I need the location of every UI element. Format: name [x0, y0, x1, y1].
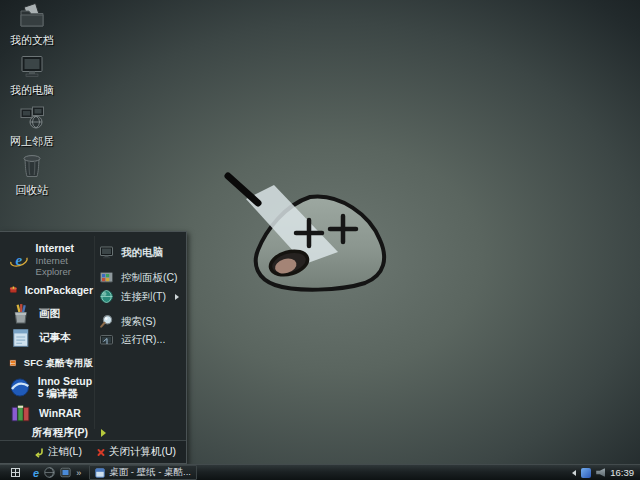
quick-launch-ie-icon[interactable]: e [33, 468, 39, 478]
run-icon [99, 332, 114, 347]
shut-down-button[interactable]: 关闭计算机(U) [96, 445, 176, 459]
item-label: IconPackager [25, 284, 93, 296]
my-documents-icon [18, 2, 46, 30]
connect-to-arrow-icon [175, 294, 179, 300]
quick-launch-bar: e [33, 467, 71, 478]
task-button-icon [95, 468, 105, 478]
search-icon [99, 314, 114, 329]
item-label: 记事本 [39, 331, 71, 345]
start-menu-item-notepad[interactable]: 记事本 [9, 326, 93, 349]
start-menu-item-inno-setup[interactable]: Inno Setup 5 编译器 [9, 375, 93, 399]
iconpackager-icon [9, 278, 18, 301]
quick-launch-globe-icon[interactable] [44, 467, 55, 478]
start-menu-column-divider [94, 236, 95, 429]
log-off-icon [33, 447, 44, 458]
tray-messenger-icon[interactable] [581, 468, 591, 478]
start-button[interactable] [0, 465, 30, 480]
item-label: 画图 [39, 307, 60, 321]
item-label: SFC 桌酷专用版 [24, 357, 93, 370]
desktop-icon-label: 我的电脑 [10, 85, 54, 97]
tray-clock[interactable]: 16:39 [610, 467, 634, 478]
start-menu-item-connect-to[interactable]: 连接到(T) [99, 289, 183, 304]
task-button-label: 桌面 - 壁纸 - 桌酷... [109, 466, 191, 479]
item-label: 搜索(S) [121, 315, 156, 329]
quick-launch-app-icon[interactable] [60, 467, 71, 478]
start-menu: e Internet Internet Explorer IconPackage… [0, 231, 187, 464]
start-menu-item-control-panel[interactable]: 控制面板(C) [99, 270, 183, 285]
start-menu-all-programs[interactable]: 所有程序(P) [32, 426, 152, 440]
start-menu-item-paint[interactable]: 画图 [9, 302, 93, 325]
log-off-label: 注销(L) [48, 445, 82, 459]
desktop-icon-label: 回收站 [16, 185, 49, 197]
item-sublabel: Internet Explorer [36, 255, 93, 277]
taskbar: e » 桌面 - 壁纸 - 桌酷... 16:39 [0, 464, 640, 480]
desktop-icon-label: 我的文档 [10, 35, 54, 47]
control-panel-icon [99, 270, 114, 285]
start-menu-footer: 注销(L) 关闭计算机(U) [0, 440, 186, 463]
desktop-icon-recycle-bin[interactable]: 回收站 [3, 152, 61, 198]
svg-text:SFC: SFC [11, 362, 16, 364]
internet-explorer-icon: e [9, 248, 29, 272]
my-computer-small-icon [99, 245, 114, 260]
inno-setup-icon [9, 376, 31, 399]
shut-down-label: 关闭计算机(U) [109, 445, 176, 459]
recycle-bin-icon [18, 152, 46, 180]
item-label: Inno Setup 5 编译器 [38, 375, 93, 399]
item-label: 连接到(T) [121, 290, 166, 304]
sfc-icon: SFC [9, 352, 17, 374]
notepad-icon [9, 326, 32, 349]
paint-icon [9, 302, 32, 325]
item-label: Internet [36, 242, 93, 254]
knife-handle [228, 176, 258, 203]
tray-volume-icon[interactable] [596, 468, 605, 477]
desktop-icon-label: 网上邻居 [10, 136, 54, 148]
desktop-icon-network-places[interactable]: 网上邻居 [3, 103, 61, 149]
start-menu-item-run[interactable]: 运行(R)... [99, 332, 183, 347]
system-tray: 16:39 [572, 467, 640, 478]
item-label: 控制面板(C) [121, 271, 178, 285]
shut-down-icon [96, 448, 105, 457]
start-menu-item-sfc[interactable]: SFC SFC 桌酷专用版 [9, 352, 93, 374]
quick-launch-overflow-chevron[interactable]: » [76, 468, 81, 478]
connect-to-icon [99, 289, 114, 304]
all-programs-arrow-icon [101, 429, 106, 437]
wallpaper-mascot [213, 153, 477, 317]
desktop[interactable]: 我的文档 我的电脑 网上邻居 回收站 [0, 0, 640, 480]
start-menu-item-internet[interactable]: e Internet Internet Explorer [9, 242, 93, 277]
tray-collapse-arrow-icon[interactable] [572, 470, 576, 476]
item-label: 运行(R)... [121, 333, 165, 347]
start-menu-item-iconpackager[interactable]: IconPackager [9, 278, 93, 301]
start-menu-item-my-computer[interactable]: 我的电脑 [99, 245, 183, 260]
desktop-icon-my-computer[interactable]: 我的电脑 [3, 52, 61, 98]
start-menu-item-winrar[interactable]: WinRAR [9, 401, 93, 424]
network-places-icon [18, 103, 46, 131]
all-programs-label: 所有程序(P) [32, 426, 88, 440]
item-label: 我的电脑 [121, 246, 163, 260]
winrar-icon [9, 401, 32, 424]
task-button[interactable]: 桌面 - 壁纸 - 桌酷... [89, 465, 197, 480]
item-label: WinRAR [39, 407, 81, 419]
desktop-icon-my-documents[interactable]: 我的文档 [3, 2, 61, 48]
start-grid-icon [11, 468, 20, 477]
log-off-button[interactable]: 注销(L) [33, 445, 82, 459]
start-menu-item-search[interactable]: 搜索(S) [99, 314, 183, 329]
my-computer-icon [18, 52, 46, 80]
